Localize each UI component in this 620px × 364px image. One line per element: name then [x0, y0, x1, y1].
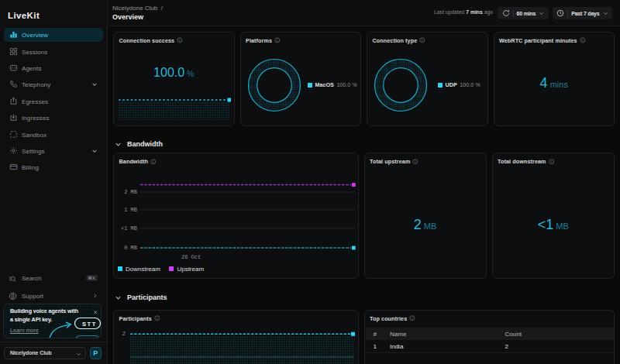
svg-text:STT: STT [82, 320, 97, 327]
